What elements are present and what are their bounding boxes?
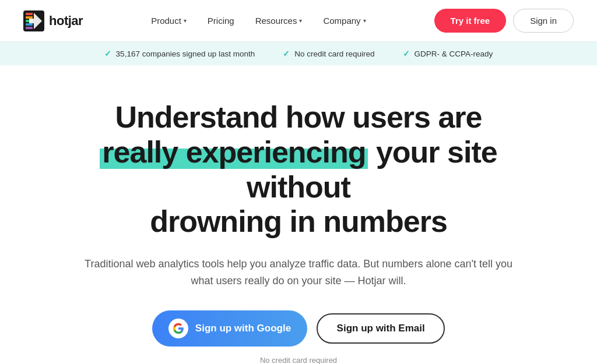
nav-pricing[interactable]: Pricing bbox=[199, 11, 243, 30]
nav-links: Product ▾ Pricing Resources ▾ Company ▾ bbox=[143, 11, 374, 30]
nav-resources[interactable]: Resources ▾ bbox=[247, 11, 311, 30]
svg-rect-5 bbox=[26, 27, 33, 29]
announcement-bar: ✓ 35,167 companies signed up last month … bbox=[0, 42, 597, 65]
hotjar-logo-icon bbox=[23, 10, 44, 31]
announcement-text-1: 35,167 companies signed up last month bbox=[116, 50, 255, 58]
google-icon-wrapper bbox=[168, 319, 188, 338]
hero-title-line1: Understand how users are bbox=[115, 100, 482, 134]
chevron-icon: ▾ bbox=[299, 17, 302, 24]
sign-in-button[interactable]: Sign in bbox=[513, 9, 574, 33]
google-g-icon bbox=[173, 323, 184, 334]
announcement-item-3: ✓ GDPR- & CCPA-ready bbox=[403, 49, 493, 58]
announcement-text-2: No credit card required bbox=[294, 50, 374, 58]
hero-subtitle: Traditional web analytics tools help you… bbox=[77, 256, 520, 289]
chevron-icon: ▾ bbox=[184, 17, 187, 24]
nav-product[interactable]: Product ▾ bbox=[143, 11, 195, 30]
cta-buttons: Sign up with Google Sign up with Email bbox=[59, 310, 538, 347]
nav-company[interactable]: Company ▾ bbox=[315, 11, 374, 30]
announcement-item-2: ✓ No credit card required bbox=[283, 49, 374, 58]
hero-title-line3: drowning in numbers bbox=[150, 204, 447, 238]
signup-email-button[interactable]: Sign up with Email bbox=[317, 313, 445, 344]
google-button-inner: Sign up with Google bbox=[168, 319, 291, 338]
try-free-button[interactable]: Try it free bbox=[434, 9, 507, 33]
svg-rect-1 bbox=[26, 13, 33, 15]
check-icon-2: ✓ bbox=[283, 49, 290, 58]
signup-email-label: Sign up with Email bbox=[337, 323, 425, 334]
announcement-item-1: ✓ 35,167 companies signed up last month bbox=[104, 49, 255, 58]
hero-section: Understand how users are really experien… bbox=[36, 65, 561, 364]
signup-google-button[interactable]: Sign up with Google bbox=[152, 310, 307, 347]
announcement-text-3: GDPR- & CCPA-ready bbox=[415, 50, 493, 58]
check-icon-3: ✓ bbox=[403, 49, 410, 58]
svg-rect-4 bbox=[26, 23, 33, 26]
navbar: hotjar Product ▾ Pricing Resources ▾ Com… bbox=[0, 0, 597, 42]
check-icon-1: ✓ bbox=[104, 49, 111, 58]
chevron-icon: ▾ bbox=[363, 17, 366, 24]
logo-text: hotjar bbox=[49, 13, 83, 29]
hero-title-highlight: really experiencing bbox=[100, 135, 368, 169]
nav-cta: Try it free Sign in bbox=[434, 9, 574, 33]
svg-rect-2 bbox=[26, 16, 33, 19]
no-credit-card-text: No credit card required bbox=[59, 356, 538, 364]
hero-title: Understand how users are really experien… bbox=[59, 100, 538, 239]
logo[interactable]: hotjar bbox=[23, 10, 83, 31]
signup-google-label: Sign up with Google bbox=[195, 323, 291, 334]
